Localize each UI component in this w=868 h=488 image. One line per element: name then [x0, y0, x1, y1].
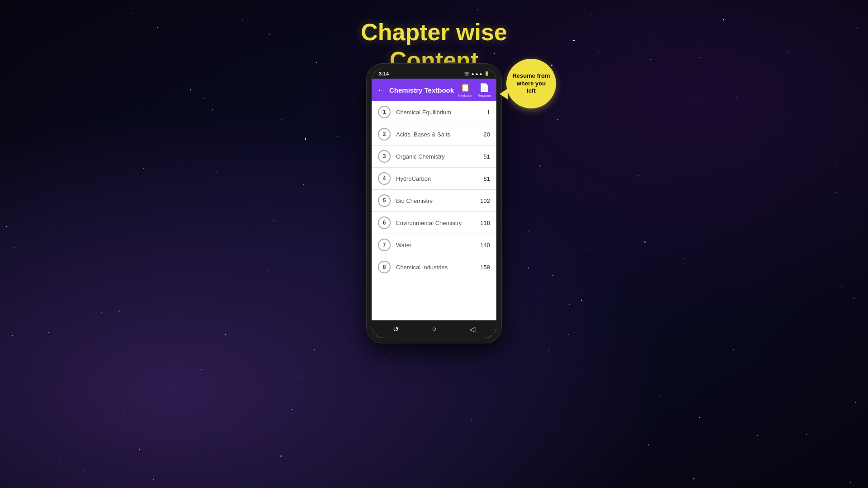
- nav-home-button[interactable]: ○: [432, 325, 437, 333]
- chapter-number: 8: [378, 261, 391, 273]
- chapter-number: 3: [378, 150, 391, 163]
- phone-mockup: Resume from where you left 3:14 📷 ▲▲▲ 🔋 …: [366, 63, 502, 343]
- chapter-name: Environmental Chemistry: [396, 220, 475, 226]
- chapter-number: 6: [378, 216, 391, 229]
- chapter-name: Bio Chemistry: [396, 197, 475, 204]
- chapter-name: Acids, Bases & Salts: [396, 131, 478, 138]
- chapter-number: 2: [378, 128, 391, 141]
- status-icons: 📷 ▲▲▲ 🔋: [464, 71, 489, 76]
- chapter-item[interactable]: 4HydroCarbon81: [372, 168, 496, 190]
- resume-button[interactable]: 📄 Resume: [477, 83, 491, 98]
- camera-icon: 📷: [464, 71, 469, 76]
- app-header-title: Chemistry Textbook: [389, 86, 454, 94]
- resume-bubble[interactable]: Resume from where you left: [506, 59, 556, 108]
- chapter-number: 1: [378, 106, 391, 118]
- back-button[interactable]: ←: [377, 86, 385, 94]
- chapter-name: Water: [396, 242, 475, 249]
- status-bar: 3:14 📷 ▲▲▲ 🔋: [372, 69, 496, 79]
- chapter-page-number: 118: [480, 220, 490, 226]
- chapter-item[interactable]: 1Chemical Equilibrium1: [372, 101, 496, 123]
- chapter-item[interactable]: 2Acids, Bases & Salts20: [372, 123, 496, 145]
- chapter-list: 1Chemical Equilibrium12Acids, Bases & Sa…: [372, 101, 496, 320]
- chapter-name: Organic Chemistry: [396, 153, 478, 160]
- phone-screen: 3:14 📷 ▲▲▲ 🔋 ← Chemistry Textbook 📋 Keyb…: [372, 69, 496, 338]
- chapter-page-number: 1: [487, 109, 490, 116]
- phone-frame: Resume from where you left 3:14 📷 ▲▲▲ 🔋 …: [366, 63, 502, 343]
- chapter-number: 4: [378, 172, 391, 185]
- keybook-button[interactable]: 📋 Keybook: [458, 83, 472, 98]
- app-header: ← Chemistry Textbook 📋 Keybook 📄 Resume: [372, 79, 496, 101]
- chapter-page-number: 159: [480, 264, 490, 271]
- chapter-name: HydroCarbon: [396, 175, 478, 182]
- chapter-item[interactable]: 7Water140: [372, 234, 496, 256]
- keybook-label: Keybook: [458, 94, 472, 98]
- chapter-page-number: 81: [484, 175, 490, 182]
- resume-label: Resume: [477, 94, 491, 98]
- chapter-item[interactable]: 5Bio Chemistry102: [372, 190, 496, 212]
- chapter-name: Chemical Equilibrium: [396, 109, 481, 116]
- nav-recent-button[interactable]: ◁: [470, 325, 475, 333]
- chapter-page-number: 20: [484, 131, 490, 138]
- phone-nav-bar: ↺ ○ ◁: [372, 320, 496, 338]
- battery-icon: 🔋: [484, 71, 489, 76]
- chapter-item[interactable]: 8Chemical Industries159: [372, 256, 496, 278]
- resume-icon: 📄: [479, 83, 489, 93]
- nav-back-button[interactable]: ↺: [393, 325, 399, 333]
- keybook-icon: 📋: [460, 83, 470, 93]
- chapter-page-number: 51: [484, 153, 490, 160]
- chapter-number: 5: [378, 194, 391, 207]
- status-time: 3:14: [379, 71, 389, 76]
- chapter-number: 7: [378, 239, 391, 251]
- wifi-icon: ▲▲▲: [471, 71, 483, 76]
- header-icons: 📋 Keybook 📄 Resume: [458, 83, 491, 98]
- chapter-item[interactable]: 6Environmental Chemistry118: [372, 212, 496, 234]
- chapter-page-number: 102: [480, 197, 490, 204]
- chapter-name: Chemical Industries: [396, 264, 475, 271]
- chapter-page-number: 140: [480, 242, 490, 249]
- chapter-item[interactable]: 3Organic Chemistry51: [372, 145, 496, 168]
